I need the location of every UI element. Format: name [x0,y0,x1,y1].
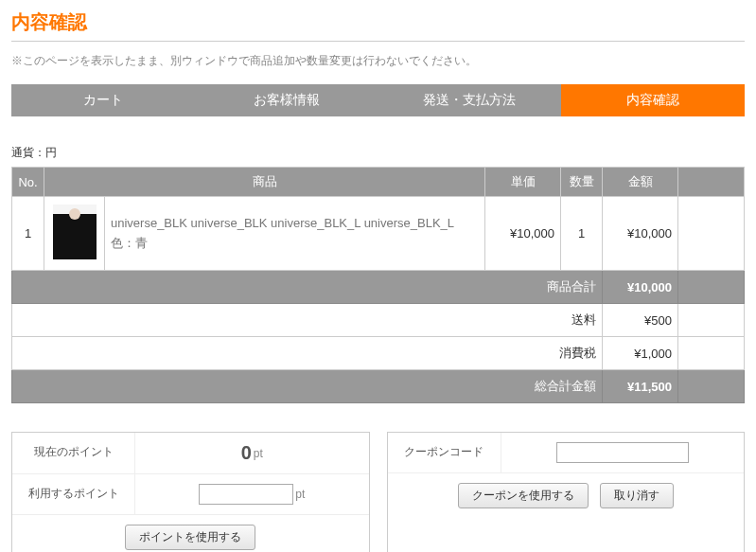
subtotal-label: 商品合計 [12,271,603,304]
coupon-input-wrap [501,433,745,472]
shipping-value: ¥500 [603,304,678,337]
use-points-input[interactable] [199,484,293,505]
coupon-panel: クーポンコード クーポンを使用する 取り消す [387,432,746,552]
col-header-qty: 数量 [561,168,603,197]
apply-points-button[interactable]: ポイントを使用する [125,525,255,550]
cart-table: No. 商品 単価 数量 金額 1 universe_BLK universe_… [11,167,745,403]
use-points-label: 利用するポイント [12,474,135,514]
subtotal-value: ¥10,000 [603,271,678,304]
total-label: 総合計金額 [12,370,603,403]
product-thumb-icon [53,205,97,259]
points-unit: pt [254,447,263,460]
product-color: 色：青 [111,234,479,254]
tax-label: 消費税 [12,337,603,370]
step-confirm[interactable]: 内容確認 [561,84,745,116]
step-shipping[interactable]: 発送・支払方法 [378,84,562,116]
coupon-input[interactable] [556,442,689,463]
shipping-label: 送料 [12,304,603,337]
col-header-amount: 金額 [603,168,678,197]
col-header-unitprice: 単価 [485,168,561,197]
shipping-row: 送料 ¥500 [12,304,745,337]
tax-value: ¥1,000 [603,337,678,370]
col-header-product: 商品 [44,168,485,197]
points-panel: 現在のポイント 0pt 利用するポイント pt ポイントを使用する [11,432,370,552]
row-no: 1 [12,197,44,271]
current-points-label: 現在のポイント [12,433,135,473]
current-points-value: 0 [241,442,252,464]
use-points-input-wrap: pt [135,474,369,514]
col-header-trail [678,168,745,197]
step-customer[interactable]: お客様情報 [195,84,378,116]
tax-row: 消費税 ¥1,000 [12,337,745,370]
notice-text: ※このページを表示したまま、別ウィンドウで商品追加や数量変更は行わないでください… [11,53,745,69]
unit-price: ¥10,000 [485,197,561,271]
total-row: 総合計金額 ¥11,500 [12,370,745,403]
row-amount: ¥10,000 [603,197,678,271]
currency-label: 通貨：円 [11,145,745,161]
use-points-unit: pt [295,488,305,501]
table-row: 1 universe_BLK universe_BLK universe_BLK… [12,197,745,271]
coupon-label: クーポンコード [388,433,501,472]
current-points-value-wrap: 0pt [135,433,369,473]
apply-coupon-button[interactable]: クーポンを使用する [458,483,589,508]
row-trail [678,197,745,271]
checkout-steps: カート お客様情報 発送・支払方法 内容確認 [11,84,745,116]
product-thumb-cell [44,197,105,271]
page-title: 内容確認 [11,9,745,42]
col-header-no: No. [12,168,44,197]
qty: 1 [561,197,603,271]
step-cart[interactable]: カート [11,84,195,116]
product-name-cell: universe_BLK universe_BLK universe_BLK_L… [105,197,485,271]
product-name: universe_BLK universe_BLK universe_BLK_L… [111,214,479,234]
subtotal-row: 商品合計 ¥10,000 [12,271,745,304]
total-value: ¥11,500 [603,370,678,403]
cancel-coupon-button[interactable]: 取り消す [600,483,674,508]
